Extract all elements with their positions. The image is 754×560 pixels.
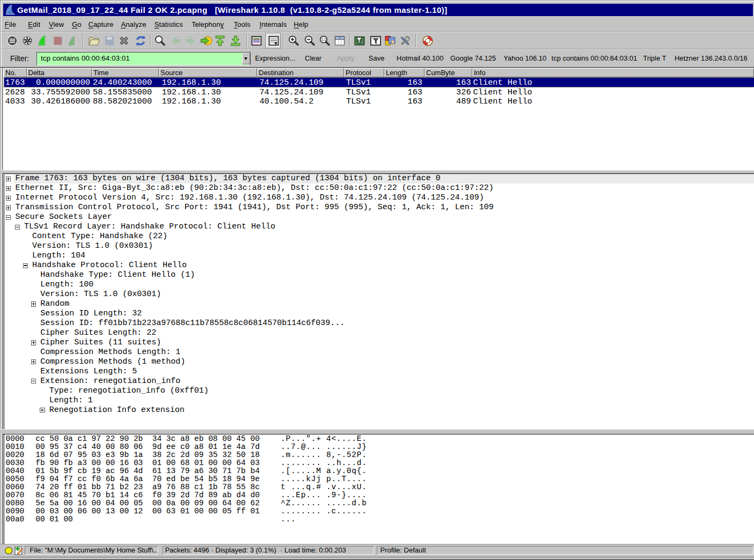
svg-text:1:1: 1:1	[321, 38, 326, 41]
